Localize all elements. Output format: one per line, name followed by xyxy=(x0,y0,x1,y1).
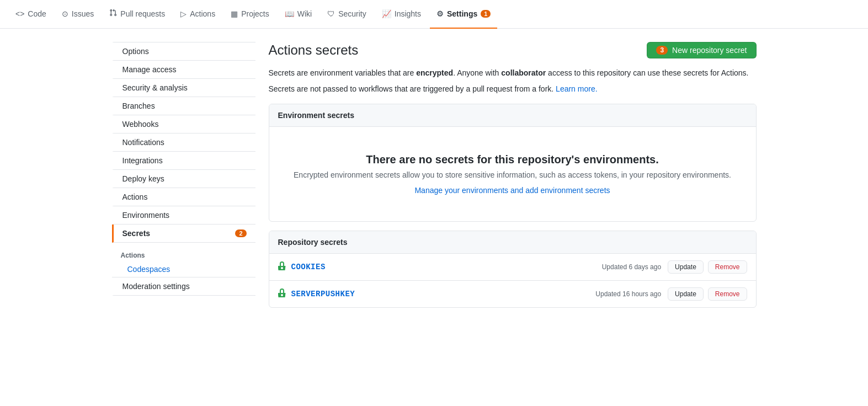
lock-icon-serverpushkey xyxy=(278,289,286,300)
sidebar-group-actions: Actions xyxy=(112,243,255,261)
sidebar-item-codespaces[interactable]: Codespaces xyxy=(112,261,255,277)
new-repository-secret-button[interactable]: 3 New repository secret xyxy=(647,42,756,58)
nav-projects[interactable]: ▦ Projects xyxy=(224,0,276,29)
page-container: Options Manage access Security & analysi… xyxy=(103,29,765,321)
code-icon: <> xyxy=(15,9,24,18)
secrets-description-1: Secrets are environment variables that a… xyxy=(269,67,757,79)
sidebar-item-secrets[interactable]: Secrets 2 xyxy=(112,225,255,243)
sidebar-item-options[interactable]: Options xyxy=(112,42,255,61)
secret-name-serverpushkey: SERVERPUSHKEY xyxy=(291,290,355,298)
sidebar-item-notifications[interactable]: Notifications xyxy=(112,133,255,152)
nav-wiki[interactable]: 📖 Wiki xyxy=(278,0,318,29)
manage-environments-link[interactable]: Manage your environments and add environ… xyxy=(414,186,610,195)
settings-nav-badge: 1 xyxy=(481,10,491,18)
sidebar-item-webhooks[interactable]: Webhooks xyxy=(112,115,255,133)
wiki-icon: 📖 xyxy=(285,9,294,18)
page-header: Actions secrets 3 New repository secret xyxy=(269,42,757,58)
secret-row-serverpushkey: SERVERPUSHKEY Updated 16 hours ago Updat… xyxy=(269,281,756,307)
sidebar-item-deploy-keys[interactable]: Deploy keys xyxy=(112,170,255,188)
nav-security[interactable]: 🛡 Security xyxy=(321,0,373,29)
secret-actions-serverpushkey: Update Remove xyxy=(668,287,747,301)
new-secret-btn-badge: 3 xyxy=(656,46,668,55)
issues-icon: ⊙ xyxy=(62,9,68,18)
env-secrets-empty-title: There are no secrets for this repository… xyxy=(278,153,747,166)
environment-secrets-section: Environment secrets There are no secrets… xyxy=(269,104,757,222)
main-content: Actions secrets 3 New repository secret … xyxy=(269,42,757,308)
repo-secrets-header: Repository secrets xyxy=(269,231,756,254)
secrets-description-2: Secrets are not passed to workflows that… xyxy=(269,83,757,95)
secrets-badge: 2 xyxy=(235,229,246,237)
sidebar-item-actions[interactable]: Actions xyxy=(112,188,255,206)
top-nav: <> Code ⊙ Issues Pull requests ▷ Actions… xyxy=(0,0,868,29)
secret-meta-cookies: Updated 6 days ago xyxy=(602,263,661,271)
env-secrets-empty-state: There are no secrets for this repository… xyxy=(269,127,756,221)
sidebar-item-manage-access[interactable]: Manage access xyxy=(112,61,255,79)
nav-code[interactable]: <> Code xyxy=(9,0,53,29)
nav-settings[interactable]: ⚙ Settings 1 xyxy=(430,0,497,29)
nav-issues[interactable]: ⊙ Issues xyxy=(55,0,100,29)
sidebar-item-security-analysis[interactable]: Security & analysis xyxy=(112,79,255,97)
nav-insights[interactable]: 📈 Insights xyxy=(375,0,428,29)
sidebar-item-integrations[interactable]: Integrations xyxy=(112,152,255,170)
actions-icon: ▷ xyxy=(180,9,187,18)
pull-requests-icon xyxy=(109,9,117,18)
security-icon: 🛡 xyxy=(327,9,335,18)
learn-more-link[interactable]: Learn more. xyxy=(556,84,597,93)
update-cookies-button[interactable]: Update xyxy=(668,260,704,274)
remove-serverpushkey-button[interactable]: Remove xyxy=(708,287,747,301)
env-secrets-header: Environment secrets xyxy=(269,104,756,127)
remove-cookies-button[interactable]: Remove xyxy=(708,260,747,274)
secret-meta-serverpushkey: Updated 16 hours ago xyxy=(595,290,661,298)
projects-icon: ▦ xyxy=(231,9,238,18)
lock-icon-cookies xyxy=(278,261,286,273)
sidebar: Options Manage access Security & analysi… xyxy=(112,42,255,308)
sidebar-item-moderation-settings[interactable]: Moderation settings xyxy=(112,277,255,296)
nav-actions[interactable]: ▷ Actions xyxy=(174,0,222,29)
repository-secrets-section: Repository secrets COOKIES Updated 6 day… xyxy=(269,231,757,308)
page-title: Actions secrets xyxy=(269,42,359,58)
secret-row-cookies: COOKIES Updated 6 days ago Update Remove xyxy=(269,254,756,281)
secret-name-cookies: COOKIES xyxy=(291,263,326,271)
update-serverpushkey-button[interactable]: Update xyxy=(668,287,704,301)
sidebar-item-environments[interactable]: Environments xyxy=(112,206,255,225)
settings-icon: ⚙ xyxy=(436,9,444,18)
insights-icon: 📈 xyxy=(382,9,391,18)
nav-pull-requests[interactable]: Pull requests xyxy=(103,0,172,29)
secret-actions-cookies: Update Remove xyxy=(668,260,747,274)
sidebar-item-branches[interactable]: Branches xyxy=(112,97,255,115)
env-secrets-empty-desc: Encrypted environment secrets allow you … xyxy=(278,170,747,179)
